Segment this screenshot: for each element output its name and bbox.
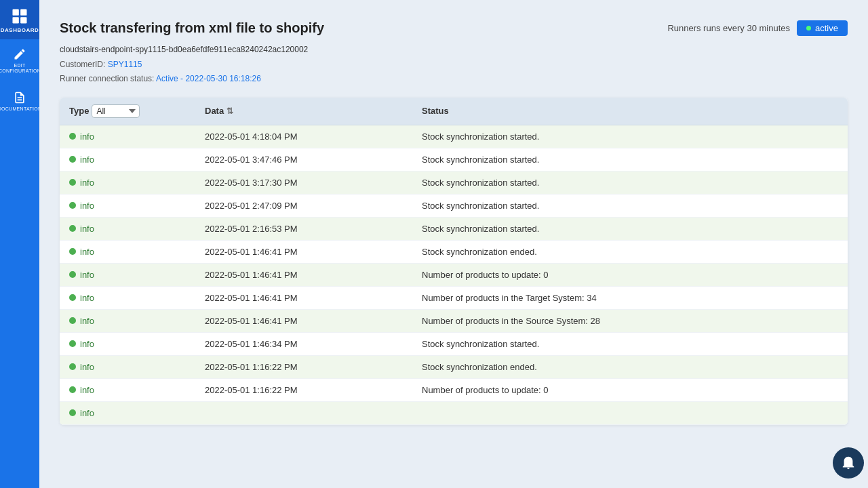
status-cell: Stock synchronization started. xyxy=(412,217,848,240)
edit-config-label: EDIT CONFIGURATION xyxy=(0,63,41,75)
data-cell: 2022-05-01 1:46:41 PM xyxy=(195,263,412,286)
type-label: Type xyxy=(69,106,89,116)
status-cell: Stock synchronization ended. xyxy=(412,240,848,263)
type-dot xyxy=(69,271,76,278)
status-cell: Stock synchronization started. xyxy=(412,125,848,148)
type-value: info xyxy=(80,362,94,372)
runner-info: Runners runs every 30 minutes active xyxy=(667,20,848,36)
type-value: info xyxy=(80,247,94,257)
type-dot xyxy=(69,317,76,324)
page-header: Stock transfering from xml file to shopi… xyxy=(60,20,848,87)
table-header-row: Type All info error warning Data xyxy=(60,98,848,125)
table-row: info 2022-05-01 3:47:46 PM Stock synchro… xyxy=(60,148,848,171)
runner-text: Runners runs every 30 minutes xyxy=(667,23,790,33)
status-label: Status xyxy=(422,106,449,116)
sidebar: DASHBOARD EDIT CONFIGURATION DOCUMENTATI… xyxy=(0,0,39,488)
table-row: info 2022-05-01 2:47:09 PM Stock synchro… xyxy=(60,194,848,217)
type-cell: info xyxy=(60,309,195,332)
type-value: info xyxy=(80,385,94,395)
type-cell: info xyxy=(60,194,195,217)
type-filter-select[interactable]: All info error warning xyxy=(92,104,140,118)
sidebar-item-documentation[interactable]: DOCUMENTATION xyxy=(0,83,39,120)
data-cell: 2022-05-01 1:16:22 PM xyxy=(195,378,412,401)
page-title: Stock transfering from xml file to shopi… xyxy=(60,20,324,36)
runner-connection-label: Runner connection status: xyxy=(60,74,154,83)
type-dot xyxy=(69,409,76,416)
header-row: Stock transfering from xml file to shopi… xyxy=(60,20,848,36)
table-body: info 2022-05-01 4:18:04 PM Stock synchro… xyxy=(60,125,848,424)
type-cell: info xyxy=(60,263,195,286)
customer-id-value[interactable]: SPY1115 xyxy=(108,60,142,69)
data-cell xyxy=(195,401,412,424)
type-dot xyxy=(69,179,76,186)
type-value: info xyxy=(80,270,94,280)
type-cell: info xyxy=(60,148,195,171)
meta-info: cloudstairs-endpoint-spy1115-bd0ea6efdfe… xyxy=(60,43,848,87)
type-value: info xyxy=(80,293,94,303)
type-cell: info xyxy=(60,286,195,309)
sidebar-item-edit-config[interactable]: EDIT CONFIGURATION xyxy=(0,39,39,83)
status-cell: Number of products to update: 0 xyxy=(412,263,848,286)
scroll-icon xyxy=(841,455,856,470)
main-content: Stock transfering from xml file to shopi… xyxy=(39,0,868,488)
svg-rect-2 xyxy=(13,17,19,23)
data-cell: 2022-05-01 1:46:34 PM xyxy=(195,332,412,355)
type-cell: info xyxy=(60,125,195,148)
table-row: info 2022-05-01 1:16:22 PM Stock synchro… xyxy=(60,355,848,378)
endpoint: cloudstairs-endpoint-spy1115-bd0ea6efdfe… xyxy=(60,43,848,58)
type-value: info xyxy=(80,178,94,188)
data-cell: 2022-05-01 1:16:22 PM xyxy=(195,355,412,378)
log-table: Type All info error warning Data xyxy=(60,98,848,425)
svg-rect-3 xyxy=(20,17,26,23)
edit-icon xyxy=(13,47,26,61)
scroll-indicator[interactable] xyxy=(833,447,864,479)
type-cell: info xyxy=(60,355,195,378)
type-dot xyxy=(69,340,76,347)
runner-connection-value[interactable]: Active - 2022-05-30 16:18:26 xyxy=(156,74,261,83)
data-cell: 2022-05-01 2:47:09 PM xyxy=(195,194,412,217)
status-cell: Number of products in the Source System:… xyxy=(412,309,848,332)
type-value: info xyxy=(80,155,94,165)
table-row: info 2022-05-01 1:46:41 PM Number of pro… xyxy=(60,286,848,309)
table-row: info 2022-05-01 1:46:41 PM Number of pro… xyxy=(60,309,848,332)
status-cell: Stock synchronization started. xyxy=(412,171,848,194)
table-row: info xyxy=(60,401,848,424)
type-dot xyxy=(69,156,76,163)
data-cell: 2022-05-01 2:16:53 PM xyxy=(195,217,412,240)
dashboard-logo[interactable]: DASHBOARD xyxy=(0,0,39,39)
type-dot xyxy=(69,225,76,232)
data-cell: 2022-05-01 1:46:41 PM xyxy=(195,240,412,263)
table-row: info 2022-05-01 1:46:41 PM Stock synchro… xyxy=(60,240,848,263)
type-value: info xyxy=(80,316,94,326)
doc-icon xyxy=(13,91,26,104)
customer-id-row: CustomerID: SPY1115 xyxy=(60,58,848,73)
type-value: info xyxy=(80,339,94,349)
type-dot xyxy=(69,133,76,140)
data-cell: 2022-05-01 3:47:46 PM xyxy=(195,148,412,171)
type-dot xyxy=(69,202,76,209)
svg-rect-0 xyxy=(13,9,19,15)
type-cell: info xyxy=(60,401,195,424)
status-cell: Number of products in the Target System:… xyxy=(412,286,848,309)
data-label: Data xyxy=(205,106,224,116)
table-row: info 2022-05-01 2:16:53 PM Stock synchro… xyxy=(60,217,848,240)
data-cell: 2022-05-01 1:46:41 PM xyxy=(195,286,412,309)
table-row: info 2022-05-01 1:46:41 PM Number of pro… xyxy=(60,263,848,286)
customer-id-label: CustomerID: xyxy=(60,60,105,69)
dashboard-icon xyxy=(10,7,29,26)
type-value: info xyxy=(80,224,94,234)
type-value: info xyxy=(80,408,94,418)
status-cell: Stock synchronization started. xyxy=(412,332,848,355)
status-cell: Stock synchronization ended. xyxy=(412,355,848,378)
col-data-header: Data ⇅ xyxy=(195,98,412,125)
type-value: info xyxy=(80,131,94,142)
sort-icon[interactable]: ⇅ xyxy=(226,106,233,116)
svg-rect-1 xyxy=(20,9,26,15)
status-cell xyxy=(412,401,848,424)
doc-label: DOCUMENTATION xyxy=(0,106,41,112)
active-badge: active xyxy=(797,20,848,36)
runner-connection-row: Runner connection status: Active - 2022-… xyxy=(60,72,848,87)
status-cell: Stock synchronization started. xyxy=(412,148,848,171)
data-cell: 2022-05-01 3:17:30 PM xyxy=(195,171,412,194)
type-cell: info xyxy=(60,171,195,194)
